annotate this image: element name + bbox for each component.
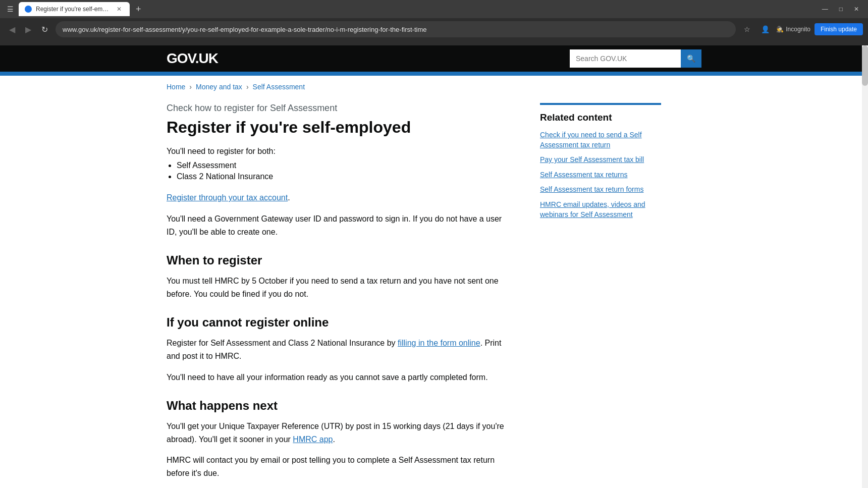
navigation-buttons: ◀ ▶ ↻ bbox=[5, 22, 51, 36]
related-link-4[interactable]: Self Assessment tax return forms bbox=[540, 185, 661, 195]
intro-text: You'll need to register for both: bbox=[167, 147, 510, 156]
breadcrumb-self-assessment[interactable]: Self Assessment bbox=[253, 83, 305, 91]
profile-button[interactable]: 👤 bbox=[758, 22, 772, 36]
tab-bar: ☰ Register if you're self-employ... ✕ + … bbox=[0, 0, 868, 18]
page-wrapper: Home › Money and tax › Self Assessment C… bbox=[156, 76, 712, 488]
main-content: Check how to register for Self Assessmen… bbox=[167, 103, 510, 488]
cannot-register-text-1: Register for Self Assessment and Class 2… bbox=[167, 339, 398, 347]
related-link-3[interactable]: Self Assessment tax returns bbox=[540, 170, 661, 180]
register-link-paragraph: Register through your tax account. bbox=[167, 191, 510, 204]
what-happens-next-body-1: You'll get your Unique Taxpayer Referenc… bbox=[167, 420, 510, 446]
reload-button[interactable]: ↻ bbox=[37, 22, 51, 36]
bullet-item-1: Self Assessment bbox=[177, 161, 510, 170]
search-button[interactable]: 🔍 bbox=[681, 49, 701, 68]
minimize-button[interactable]: — bbox=[817, 5, 833, 14]
related-link-5[interactable]: HMRC email updates, videos and webinars … bbox=[540, 200, 661, 220]
bullet-list: Self Assessment Class 2 National Insuran… bbox=[177, 161, 510, 181]
govuk-header: GOV.UK 🔍 bbox=[0, 45, 868, 72]
utr-text-end: . bbox=[333, 435, 335, 444]
filling-in-form-link[interactable]: filling in the form online bbox=[398, 339, 480, 347]
browser-menu-button[interactable]: ☰ bbox=[4, 3, 17, 15]
blue-bar bbox=[0, 72, 868, 76]
incognito-icon: 🕵 bbox=[776, 26, 784, 33]
breadcrumb-separator-2: › bbox=[246, 83, 249, 91]
maximize-button[interactable]: □ bbox=[834, 5, 848, 14]
forward-button[interactable]: ▶ bbox=[21, 22, 35, 36]
sidebar: Related content Check if you need to sen… bbox=[540, 103, 661, 488]
related-content-heading: Related content bbox=[540, 112, 661, 123]
breadcrumb-home[interactable]: Home bbox=[167, 83, 185, 91]
bookmark-button[interactable]: ☆ bbox=[740, 22, 754, 36]
related-content: Related content Check if you need to sen… bbox=[540, 103, 661, 220]
related-link-1[interactable]: Check if you need to send a Self Assessm… bbox=[540, 130, 661, 150]
address-bar: ◀ ▶ ↻ ☆ 👤 🕵 Incognito Finish update bbox=[0, 18, 868, 40]
incognito-badge: 🕵 Incognito bbox=[776, 26, 810, 33]
content-layout: Check how to register for Self Assessmen… bbox=[167, 98, 701, 488]
back-button[interactable]: ◀ bbox=[5, 22, 19, 36]
tab-close-button[interactable]: ✕ bbox=[115, 5, 124, 14]
browser-chrome: ☰ Register if you're self-employ... ✕ + … bbox=[0, 0, 868, 45]
breadcrumb-separator-1: › bbox=[189, 83, 192, 91]
scroll-track bbox=[862, 45, 868, 488]
hmrc-app-link[interactable]: HMRC app bbox=[293, 435, 333, 444]
scroll-thumb[interactable] bbox=[862, 45, 868, 86]
what-happens-next-heading: What happens next bbox=[167, 399, 510, 413]
breadcrumb-money-tax[interactable]: Money and tax bbox=[196, 83, 242, 91]
search-bar: 🔍 bbox=[570, 49, 701, 68]
browser-action-buttons: ☆ 👤 🕵 Incognito Finish update bbox=[740, 22, 863, 36]
related-link-2[interactable]: Pay your Self Assessment tax bill bbox=[540, 155, 661, 165]
incognito-label: Incognito bbox=[786, 26, 810, 33]
url-input[interactable] bbox=[56, 21, 736, 37]
page-subtitle: Check how to register for Self Assessmen… bbox=[167, 103, 510, 114]
finish-update-button[interactable]: Finish update bbox=[815, 23, 863, 35]
bullet-item-2: Class 2 National Insurance bbox=[177, 172, 510, 181]
close-button[interactable]: ✕ bbox=[849, 5, 864, 14]
active-tab[interactable]: Register if you're self-employ... ✕ bbox=[19, 2, 130, 16]
cannot-register-body-2: You'll need to have all your information… bbox=[167, 371, 510, 384]
tab-title: Register if you're self-employ... bbox=[36, 6, 111, 13]
utr-text: You'll get your Unique Taxpayer Referenc… bbox=[167, 422, 504, 444]
gateway-text: You'll need a Government Gateway user ID… bbox=[167, 212, 510, 238]
new-tab-button[interactable]: + bbox=[132, 3, 145, 16]
when-to-register-heading: When to register bbox=[167, 253, 510, 267]
cannot-register-online-heading: If you cannot register online bbox=[167, 315, 510, 330]
govuk-logo: GOV.UK bbox=[167, 50, 218, 67]
tab-favicon bbox=[25, 6, 32, 13]
search-input[interactable] bbox=[570, 49, 681, 68]
breadcrumb: Home › Money and tax › Self Assessment bbox=[167, 76, 701, 98]
what-happens-next-body-2: HMRC will contact you by email or post t… bbox=[167, 454, 510, 479]
cannot-register-body-1: Register for Self Assessment and Class 2… bbox=[167, 337, 510, 362]
window-controls: — □ ✕ bbox=[817, 5, 864, 14]
when-to-register-body: You must tell HMRC by 5 October if you n… bbox=[167, 275, 510, 300]
register-through-tax-account-link[interactable]: Register through your tax account bbox=[167, 193, 288, 202]
page-title: Register if you're self-employed bbox=[167, 118, 510, 137]
